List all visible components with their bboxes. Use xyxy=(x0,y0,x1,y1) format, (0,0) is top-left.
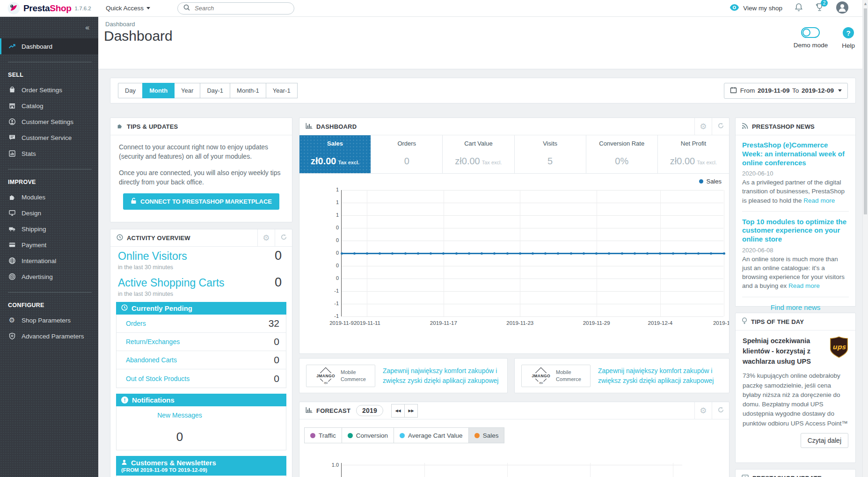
panel-refresh-button[interactable] xyxy=(275,229,292,246)
metric-net-profit[interactable]: Net Profitzł0.00Tax excl. xyxy=(658,135,729,173)
gear-icon: ⚙ xyxy=(263,233,270,242)
vertical-scrollbar[interactable]: ▲ xyxy=(862,0,868,477)
read-on-button[interactable]: Czytaj dalej xyxy=(801,433,848,448)
online-visitors-link[interactable]: Online Visitors xyxy=(118,250,187,263)
dashboard-panel-title: DASHBOARD xyxy=(316,123,357,130)
achievements-button[interactable]: 2 xyxy=(815,3,824,14)
sidebar-item-design[interactable]: Design xyxy=(0,205,98,221)
search-input[interactable] xyxy=(194,4,278,12)
sidebar-item-stats[interactable]: Stats xyxy=(0,146,98,161)
notifications-bell-button[interactable] xyxy=(795,3,803,14)
sidebar-item-shipping[interactable]: Shipping xyxy=(0,221,98,237)
range-button-day-1[interactable]: Day-1 xyxy=(200,83,230,98)
forecast-line-chart[interactable]: 1.0 xyxy=(341,463,682,477)
scrollbar-thumb[interactable] xyxy=(864,8,867,214)
user-avatar-button[interactable] xyxy=(836,1,848,15)
sidebar-item-label: Design xyxy=(22,210,41,217)
y-axis-tick: -1 xyxy=(328,313,339,319)
range-button-month[interactable]: Month xyxy=(142,83,175,98)
forecast-prev-button[interactable]: ◀◀ xyxy=(391,404,405,418)
forecast-legend-traffic[interactable]: Traffic xyxy=(304,427,342,443)
prestashop-logo[interactable]: PrestaShop 1.7.6.2 xyxy=(0,2,98,15)
abandoned-carts-link[interactable]: Abandoned Carts xyxy=(126,356,177,364)
read-more-link[interactable]: Read more xyxy=(803,197,835,204)
activity-overview-panel: ACTIVITY OVERVIEW ⚙ Online Visitors 0 in… xyxy=(110,229,292,477)
sidebar-collapse-button[interactable]: « xyxy=(85,23,90,32)
panel-settings-button[interactable]: ⚙ xyxy=(694,118,712,135)
forecast-year-badge: 2019 xyxy=(356,405,383,416)
panel-settings-button[interactable]: ⚙ xyxy=(257,229,275,246)
sidebar-item-order-settings[interactable]: Order Settings xyxy=(0,82,98,98)
metric-label: Sales xyxy=(327,140,343,147)
panel-refresh-button[interactable] xyxy=(712,118,729,135)
promo-banner-link[interactable]: Zapewnij największy komfort zakupów i zw… xyxy=(383,366,501,386)
forecast-legend-sales[interactable]: Sales xyxy=(468,427,505,443)
out-of-stock-products-link[interactable]: Out of Stock Products xyxy=(126,375,190,382)
sidebar-item-dashboard[interactable]: Dashboard xyxy=(0,38,98,54)
search-box[interactable] xyxy=(177,2,294,15)
pending-row: Abandoned Carts0 xyxy=(117,351,286,369)
demo-mode-toggle[interactable] xyxy=(801,27,820,38)
sidebar-item-catalog[interactable]: Catalog xyxy=(0,98,98,114)
sales-line-chart[interactable]: 11100000-1-1-12019-11-92019-11-112019-11… xyxy=(341,190,723,316)
find-more-news-link[interactable]: Find more news xyxy=(742,303,849,311)
range-button-day[interactable]: Day xyxy=(118,83,143,98)
gridline xyxy=(342,291,723,292)
refresh-icon xyxy=(280,234,287,242)
date-range-picker[interactable]: From 2019-11-09 To 2019-12-09 xyxy=(724,83,848,99)
metric-conversion-rate[interactable]: Conversion Rate0% xyxy=(586,135,658,173)
orders-link[interactable]: Orders xyxy=(126,320,146,327)
promo-banner[interactable]: JMANGO 360 Mobile Commerce Zapewnij najw… xyxy=(514,358,729,393)
metric-orders[interactable]: Orders0 xyxy=(371,135,443,173)
quick-access-menu[interactable]: Quick Access xyxy=(106,5,150,12)
metric-value: zł0.00Tax excl. xyxy=(455,156,502,167)
sidebar-item-advertising[interactable]: Advertising xyxy=(0,269,98,285)
return-exchanges-link[interactable]: Return/Exchanges xyxy=(126,338,180,345)
panel-refresh-button[interactable] xyxy=(712,402,729,419)
sidebar-item-modules[interactable]: Modules xyxy=(0,189,98,205)
notification-badge: 2 xyxy=(821,0,828,7)
metric-sales[interactable]: Saleszł0.00Tax excl. xyxy=(299,135,371,173)
sidebar-item-international[interactable]: International xyxy=(0,253,98,269)
metric-value: zł0.00Tax excl. xyxy=(311,156,359,167)
new-messages-link[interactable]: New Messages xyxy=(157,411,202,419)
forecast-next-button[interactable]: ▶▶ xyxy=(404,404,418,418)
range-button-year[interactable]: Year xyxy=(174,83,200,98)
forecast-legend-average-cart-value[interactable]: Average Cart Value xyxy=(394,427,469,443)
scrollbar-up-arrow[interactable]: ▲ xyxy=(863,2,868,6)
globe-icon xyxy=(8,257,16,265)
bell-icon xyxy=(795,3,803,14)
sidebar-divider xyxy=(8,169,92,169)
range-button-year-1[interactable]: Year-1 xyxy=(266,83,298,98)
data-point xyxy=(404,252,407,255)
sidebar-item-customer-service[interactable]: Customer Service xyxy=(0,130,98,146)
metric-cart-value[interactable]: Cart Valuezł0.00Tax excl. xyxy=(443,135,514,173)
time-filter-card: DayMonthYearDay-1Month-1Year-1 From 2019… xyxy=(110,78,856,103)
panel-settings-button[interactable]: ⚙ xyxy=(694,402,712,419)
y-axis-tick: 1 xyxy=(328,199,339,205)
range-button-month-1[interactable]: Month-1 xyxy=(230,83,266,98)
promo-banner-link[interactable]: Zapewnij największy komfort zakupów i zw… xyxy=(598,366,722,386)
sidebar-item-shop-parameters[interactable]: ⚙Shop Parameters xyxy=(0,312,98,328)
promo-banner[interactable]: JMANGO 360 Mobile Commerce Zapewnij najw… xyxy=(299,358,508,393)
metric-visits[interactable]: Visits5 xyxy=(515,135,586,173)
connect-marketplace-button[interactable]: CONNECT TO PRESTASHOP MARKETPLACE xyxy=(123,193,279,210)
forecast-legend-conversion[interactable]: Conversion xyxy=(342,427,394,443)
data-point xyxy=(455,252,458,255)
active-carts-link[interactable]: Active Shopping Carts xyxy=(118,277,225,289)
help-button[interactable]: ? xyxy=(843,27,854,38)
sidebar-section-sell: SELL xyxy=(0,64,98,82)
data-point xyxy=(595,252,598,255)
sidebar-item-label: Customer Settings xyxy=(22,118,73,125)
news-article-title[interactable]: Top 10 modules to optimize the customer … xyxy=(742,218,846,243)
view-my-shop-link[interactable]: View my shop xyxy=(729,4,782,12)
y-axis-tick: 0 xyxy=(328,250,339,256)
new-messages-value: 0 xyxy=(135,430,224,444)
sidebar-item-payment[interactable]: Payment xyxy=(0,237,98,253)
sidebar-item-customer-settings[interactable]: Customer Settings xyxy=(0,114,98,130)
news-article-title[interactable]: PrestaShop (e)Commerce Week: an internat… xyxy=(742,141,845,167)
data-point xyxy=(430,252,432,255)
sidebar-item-advanced-parameters[interactable]: Advanced Parameters xyxy=(0,328,98,344)
gridline xyxy=(342,190,723,191)
read-more-link[interactable]: Read more xyxy=(788,282,820,289)
